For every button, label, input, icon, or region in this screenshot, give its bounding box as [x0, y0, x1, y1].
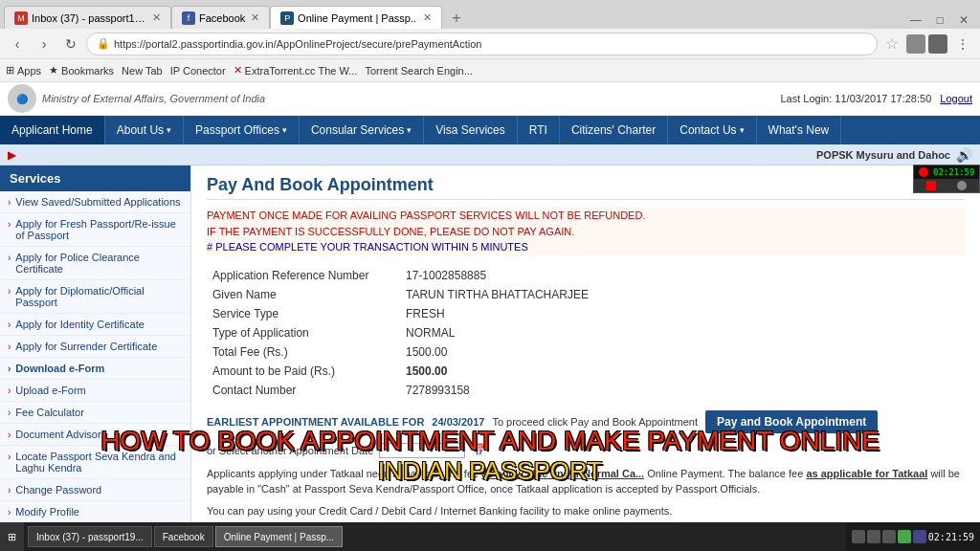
taskbar-item-gmail[interactable]: Inbox (37) - passport19...: [28, 526, 152, 547]
taskbar-item-facebook[interactable]: Facebook: [154, 526, 213, 547]
chevron-right-icon: ›: [8, 320, 11, 330]
tray-icon-5[interactable]: [913, 530, 926, 543]
sidebar-item-label: Document Advisor: [15, 429, 100, 440]
bookmark-apps[interactable]: ⊞ Apps: [6, 64, 41, 77]
bookmark-ipcon[interactable]: IP Conector: [170, 65, 226, 77]
rec-stop-icon[interactable]: [926, 181, 936, 190]
tab-gmail[interactable]: M Inbox (37) - passport19... ✕: [4, 6, 171, 29]
field-value: 17-1002858885: [402, 267, 963, 284]
field-label: Amount to be Paid (Rs.): [209, 363, 400, 380]
user-display-text: POPSK Mysuru and Dahoc: [816, 149, 950, 161]
sidebar-item-locate-kendra[interactable]: › Locate Passport Seva Kendra and Laghu …: [0, 446, 190, 479]
bookmark-bookmarks[interactable]: ★ Bookmarks: [49, 64, 114, 77]
warning-line-2: IF THE PAYMENT IS SUCCESSFULLY DONE, PLE…: [207, 224, 965, 240]
ext-icon-1[interactable]: [906, 34, 925, 54]
maximize-button[interactable]: □: [929, 11, 951, 29]
bookmark-star-icon[interactable]: ☆: [881, 34, 902, 53]
date-input[interactable]: [379, 443, 465, 458]
nav-passport-offices[interactable]: Passport Offices ▾: [184, 116, 300, 144]
new-tab-button[interactable]: +: [444, 8, 468, 29]
sidebar-title: Services: [0, 165, 190, 191]
tray-icon-1[interactable]: [852, 530, 865, 543]
rec-settings-icon[interactable]: [957, 181, 967, 190]
nav-about-us[interactable]: About Us ▾: [105, 116, 184, 144]
ext-icon-2[interactable]: [928, 34, 947, 54]
nav-visa-services[interactable]: Visa Services: [424, 116, 517, 144]
sidebar-item-document-advisor[interactable]: › Document Advisor: [0, 424, 190, 446]
tab-close-icon[interactable]: ✕: [251, 11, 259, 24]
info-paragraph-2: You can pay using your Credit Card / Deb…: [207, 503, 965, 519]
sidebar-item-label: Locate Passport Seva Kendra and Laghu Ke…: [15, 451, 183, 474]
tab-close-icon[interactable]: ✕: [152, 11, 161, 24]
reload-button[interactable]: ↻: [59, 33, 82, 55]
sidebar-item-view-saved[interactable]: › View Saved/Submitted Applications: [0, 191, 190, 213]
forward-button[interactable]: ›: [33, 33, 56, 55]
sidebar-item-modify-profile[interactable]: › Modify Profile: [0, 501, 190, 523]
close-button[interactable]: ✕: [951, 11, 976, 29]
bookmark-label: New Tab: [122, 65, 163, 77]
taskbar-item-label: Inbox (37) - passport19...: [36, 532, 144, 542]
chevron-right-icon: ›: [8, 219, 11, 230]
rec-time-display: 02:21:59: [933, 167, 974, 177]
logout-link[interactable]: Logout: [940, 93, 972, 104]
main-layout: Services › View Saved/Submitted Applicat…: [0, 165, 980, 551]
bookmark-label: Apps: [17, 65, 41, 77]
nav-rti[interactable]: RTI: [518, 116, 560, 144]
bookmark-newtab[interactable]: New Tab: [122, 65, 163, 77]
bookmark-label: ExtraTorrent.cc The W...: [245, 65, 358, 77]
sidebar-item-label: View Saved/Submitted Applications: [15, 196, 180, 208]
sidebar-item-police-clearance[interactable]: › Apply for Police Clearance Certificate: [0, 247, 190, 280]
calendar-icon[interactable]: 📅: [471, 443, 486, 457]
passport-icon: P: [280, 11, 294, 25]
speaker-icon[interactable]: 🔊: [956, 147, 972, 163]
recorder-top: 02:21:59: [914, 165, 979, 179]
sidebar-item-surrender-certificate[interactable]: › Apply for Surrender Certificate: [0, 336, 190, 358]
start-button[interactable]: ⊞: [0, 522, 24, 551]
earliest-date: 24/03/2017: [432, 416, 484, 428]
proceed-text: To proceed click Pay and Book Appointmen…: [492, 416, 698, 428]
sidebar-item-download-eform[interactable]: › Download e-Form: [0, 358, 190, 380]
sidebar-item-upload-eform[interactable]: › Upload e-Form: [0, 380, 190, 402]
back-button[interactable]: ‹: [6, 33, 29, 55]
field-label: Application Reference Number: [209, 267, 400, 284]
nav-label: Applicant Home: [11, 123, 93, 137]
appointment-row: EARLIEST APPOINTMENT AVAILABLE FOR 24/03…: [207, 410, 965, 433]
nav-consular-services[interactable]: Consular Services ▾: [300, 116, 424, 144]
sidebar-item-fresh-passport[interactable]: › Apply for Fresh Passport/Re-issue of P…: [0, 213, 190, 247]
nav-contact-us[interactable]: Contact Us ▾: [668, 116, 756, 144]
sidebar-item-identity-certificate[interactable]: › Apply for Identity Certificate: [0, 314, 190, 336]
bookmark-extratorrent[interactable]: ✕ ExtraTorrent.cc The W...: [234, 64, 358, 77]
field-value: TARUN TIRTHA BHATTACHARJEE: [402, 286, 963, 303]
nav-citizens-charter[interactable]: Citizens' Charter: [560, 116, 668, 144]
pay-and-book-button[interactable]: Pay and Book Appointment: [705, 410, 878, 433]
field-label: Given Name: [209, 286, 400, 303]
minimize-button[interactable]: —: [902, 11, 929, 29]
sidebar-item-change-password[interactable]: › Change Password: [0, 479, 190, 501]
tray-icon-2[interactable]: [867, 530, 880, 543]
tab-close-icon[interactable]: ✕: [423, 11, 432, 24]
address-box[interactable]: 🔒 https://portal2.passportindia.gov.in/A…: [86, 33, 878, 55]
tray-icon-3[interactable]: [882, 530, 896, 543]
login-info-area: Last Login: 11/03/2017 17:28:50 Logout: [780, 93, 972, 104]
taskbar-item-passport[interactable]: Online Payment | Passp...: [215, 526, 343, 547]
tray-icon-4[interactable]: [898, 530, 911, 543]
sidebar-item-diplomatic-passport[interactable]: › Apply for Diplomatic/Official Passport: [0, 280, 190, 314]
nav-label: Contact Us: [679, 123, 736, 137]
field-value: 1500.00: [402, 363, 963, 380]
chevron-right-icon: ›: [8, 197, 11, 208]
dropdown-arrow-icon: ▾: [282, 125, 287, 135]
nav-whats-new[interactable]: What's New: [757, 116, 842, 144]
sidebar-item-label: Fee Calculator: [15, 407, 84, 418]
details-table: Application Reference Number 17-10028588…: [207, 265, 965, 401]
sidebar-item-fee-calculator[interactable]: › Fee Calculator: [0, 402, 190, 424]
nav-applicant-home[interactable]: Applicant Home: [0, 116, 105, 144]
bookmark-torrent-search[interactable]: Torrent Search Engin...: [365, 65, 473, 77]
menu-button[interactable]: ⋮: [951, 33, 974, 55]
field-label: Service Type: [209, 305, 400, 322]
tab-passport[interactable]: P Online Payment | Passp... ✕: [270, 6, 442, 29]
field-label: Type of Application: [209, 324, 400, 342]
nav-label: RTI: [529, 123, 547, 137]
tab-label: Inbox (37) - passport19...: [32, 12, 146, 24]
tab-facebook[interactable]: f Facebook ✕: [171, 6, 270, 29]
tray-time: 02:21:59: [928, 532, 974, 542]
